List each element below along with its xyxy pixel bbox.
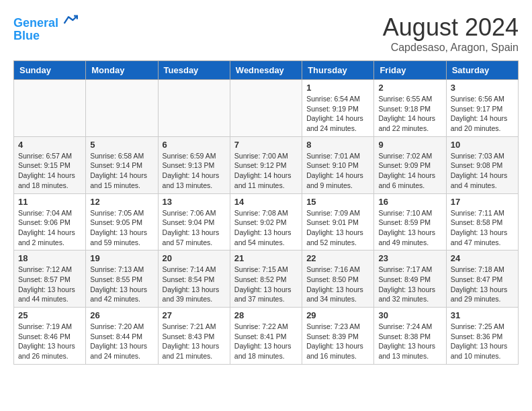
day-number: 27 <box>163 310 226 320</box>
day-info: Sunrise: 7:20 AM Sunset: 8:44 PM Dayligh… <box>90 322 153 361</box>
weekday-header-friday: Friday <box>374 61 446 80</box>
calendar-cell: 30Sunrise: 7:24 AM Sunset: 8:38 PM Dayli… <box>374 308 446 365</box>
day-info: Sunrise: 7:00 AM Sunset: 9:12 PM Dayligh… <box>234 151 298 191</box>
day-info: Sunrise: 7:19 AM Sunset: 8:46 PM Dayligh… <box>18 322 81 361</box>
day-number: 18 <box>18 253 81 263</box>
page-subtitle: Capdesaso, Aragon, Spain <box>383 42 519 54</box>
day-number: 9 <box>378 140 441 150</box>
day-number: 14 <box>234 197 298 207</box>
day-number: 23 <box>378 253 441 263</box>
logo-icon <box>63 13 79 27</box>
day-number: 26 <box>90 310 153 320</box>
day-number: 31 <box>451 310 514 320</box>
day-number: 21 <box>234 253 298 263</box>
calendar-cell: 21Sunrise: 7:15 AM Sunset: 8:52 PM Dayli… <box>230 250 302 308</box>
logo-blue: Blue <box>13 29 79 43</box>
calendar-cell: 18Sunrise: 7:12 AM Sunset: 8:57 PM Dayli… <box>14 250 86 308</box>
day-info: Sunrise: 7:17 AM Sunset: 8:49 PM Dayligh… <box>378 265 441 304</box>
day-number: 20 <box>163 253 226 263</box>
day-number: 16 <box>378 197 441 207</box>
calendar-cell: 20Sunrise: 7:14 AM Sunset: 8:54 PM Dayli… <box>158 250 230 308</box>
calendar-cell: 19Sunrise: 7:13 AM Sunset: 8:55 PM Dayli… <box>86 250 158 308</box>
calendar-cell: 7Sunrise: 7:00 AM Sunset: 9:12 PM Daylig… <box>230 136 302 193</box>
calendar-header-row: SundayMondayTuesdayWednesdayThursdayFrid… <box>14 61 519 80</box>
day-number: 1 <box>306 83 369 93</box>
weekday-header-monday: Monday <box>86 61 158 80</box>
calendar-week-row: 4Sunrise: 6:57 AM Sunset: 9:15 PM Daylig… <box>14 136 519 193</box>
calendar-cell: 9Sunrise: 7:02 AM Sunset: 9:09 PM Daylig… <box>374 136 446 193</box>
calendar-week-row: 25Sunrise: 7:19 AM Sunset: 8:46 PM Dayli… <box>14 308 519 365</box>
calendar-cell: 15Sunrise: 7:09 AM Sunset: 9:01 PM Dayli… <box>302 193 374 250</box>
calendar-week-row: 18Sunrise: 7:12 AM Sunset: 8:57 PM Dayli… <box>14 250 519 308</box>
day-number: 6 <box>163 140 226 150</box>
day-number: 5 <box>90 140 153 150</box>
calendar-cell: 8Sunrise: 7:01 AM Sunset: 9:10 PM Daylig… <box>302 136 374 193</box>
page-header: General Blue August 2024 Capdesaso, Arag… <box>13 13 519 54</box>
day-info: Sunrise: 7:04 AM Sunset: 9:06 PM Dayligh… <box>18 208 81 248</box>
weekday-header-wednesday: Wednesday <box>230 61 302 80</box>
calendar-cell: 3Sunrise: 6:56 AM Sunset: 9:17 PM Daylig… <box>446 80 518 137</box>
calendar-cell: 5Sunrise: 6:58 AM Sunset: 9:14 PM Daylig… <box>86 136 158 193</box>
title-block: August 2024 Capdesaso, Aragon, Spain <box>383 13 519 54</box>
calendar-cell: 24Sunrise: 7:18 AM Sunset: 8:47 PM Dayli… <box>446 250 518 308</box>
day-number: 19 <box>90 253 153 263</box>
calendar-cell: 6Sunrise: 6:59 AM Sunset: 9:13 PM Daylig… <box>158 136 230 193</box>
logo-text: General <box>13 13 79 30</box>
calendar-cell: 23Sunrise: 7:17 AM Sunset: 8:49 PM Dayli… <box>374 250 446 308</box>
day-number: 17 <box>451 197 514 207</box>
day-info: Sunrise: 7:22 AM Sunset: 8:41 PM Dayligh… <box>234 322 298 361</box>
day-info: Sunrise: 7:02 AM Sunset: 9:09 PM Dayligh… <box>378 151 441 191</box>
day-info: Sunrise: 7:08 AM Sunset: 9:02 PM Dayligh… <box>234 208 298 248</box>
day-number: 25 <box>18 310 81 320</box>
calendar-cell <box>86 80 158 137</box>
day-number: 30 <box>378 310 441 320</box>
day-info: Sunrise: 7:11 AM Sunset: 8:58 PM Dayligh… <box>451 208 514 248</box>
day-info: Sunrise: 7:14 AM Sunset: 8:54 PM Dayligh… <box>163 265 226 304</box>
day-number: 28 <box>234 310 298 320</box>
day-number: 3 <box>451 83 514 93</box>
calendar-cell: 31Sunrise: 7:25 AM Sunset: 8:36 PM Dayli… <box>446 308 518 365</box>
calendar-cell: 22Sunrise: 7:16 AM Sunset: 8:50 PM Dayli… <box>302 250 374 308</box>
day-info: Sunrise: 7:10 AM Sunset: 8:59 PM Dayligh… <box>378 208 441 248</box>
day-info: Sunrise: 7:15 AM Sunset: 8:52 PM Dayligh… <box>234 265 298 304</box>
calendar-cell <box>14 80 86 137</box>
calendar-cell <box>158 80 230 137</box>
day-number: 10 <box>451 140 514 150</box>
day-info: Sunrise: 7:23 AM Sunset: 8:39 PM Dayligh… <box>306 322 369 361</box>
day-info: Sunrise: 6:56 AM Sunset: 9:17 PM Dayligh… <box>451 94 514 134</box>
day-number: 4 <box>18 140 81 150</box>
calendar-cell: 10Sunrise: 7:03 AM Sunset: 9:08 PM Dayli… <box>446 136 518 193</box>
weekday-header-sunday: Sunday <box>14 61 86 80</box>
calendar-cell: 2Sunrise: 6:55 AM Sunset: 9:18 PM Daylig… <box>374 80 446 137</box>
day-info: Sunrise: 7:21 AM Sunset: 8:43 PM Dayligh… <box>163 322 226 361</box>
day-info: Sunrise: 7:09 AM Sunset: 9:01 PM Dayligh… <box>306 208 369 248</box>
calendar-cell: 27Sunrise: 7:21 AM Sunset: 8:43 PM Dayli… <box>158 308 230 365</box>
day-number: 7 <box>234 140 298 150</box>
day-info: Sunrise: 6:58 AM Sunset: 9:14 PM Dayligh… <box>90 151 153 191</box>
calendar-table: SundayMondayTuesdayWednesdayThursdayFrid… <box>13 60 519 365</box>
day-number: 22 <box>306 253 369 263</box>
weekday-header-saturday: Saturday <box>446 61 518 80</box>
calendar-cell: 14Sunrise: 7:08 AM Sunset: 9:02 PM Dayli… <box>230 193 302 250</box>
day-number: 11 <box>18 197 81 207</box>
calendar-cell: 11Sunrise: 7:04 AM Sunset: 9:06 PM Dayli… <box>14 193 86 250</box>
weekday-header-thursday: Thursday <box>302 61 374 80</box>
day-info: Sunrise: 7:06 AM Sunset: 9:04 PM Dayligh… <box>163 208 226 248</box>
page-title: August 2024 <box>383 13 519 42</box>
day-number: 2 <box>378 83 441 93</box>
calendar-cell: 12Sunrise: 7:05 AM Sunset: 9:05 PM Dayli… <box>86 193 158 250</box>
day-number: 24 <box>451 253 514 263</box>
calendar-cell: 17Sunrise: 7:11 AM Sunset: 8:58 PM Dayli… <box>446 193 518 250</box>
day-info: Sunrise: 6:55 AM Sunset: 9:18 PM Dayligh… <box>378 94 441 134</box>
calendar-cell: 26Sunrise: 7:20 AM Sunset: 8:44 PM Dayli… <box>86 308 158 365</box>
day-number: 15 <box>306 197 369 207</box>
day-info: Sunrise: 6:59 AM Sunset: 9:13 PM Dayligh… <box>163 151 226 191</box>
calendar-cell: 13Sunrise: 7:06 AM Sunset: 9:04 PM Dayli… <box>158 193 230 250</box>
calendar-cell: 25Sunrise: 7:19 AM Sunset: 8:46 PM Dayli… <box>14 308 86 365</box>
day-info: Sunrise: 6:54 AM Sunset: 9:19 PM Dayligh… <box>306 94 369 134</box>
day-info: Sunrise: 7:16 AM Sunset: 8:50 PM Dayligh… <box>306 265 369 304</box>
calendar-cell <box>230 80 302 137</box>
day-info: Sunrise: 7:01 AM Sunset: 9:10 PM Dayligh… <box>306 151 369 191</box>
day-info: Sunrise: 7:12 AM Sunset: 8:57 PM Dayligh… <box>18 265 81 304</box>
weekday-header-tuesday: Tuesday <box>158 61 230 80</box>
